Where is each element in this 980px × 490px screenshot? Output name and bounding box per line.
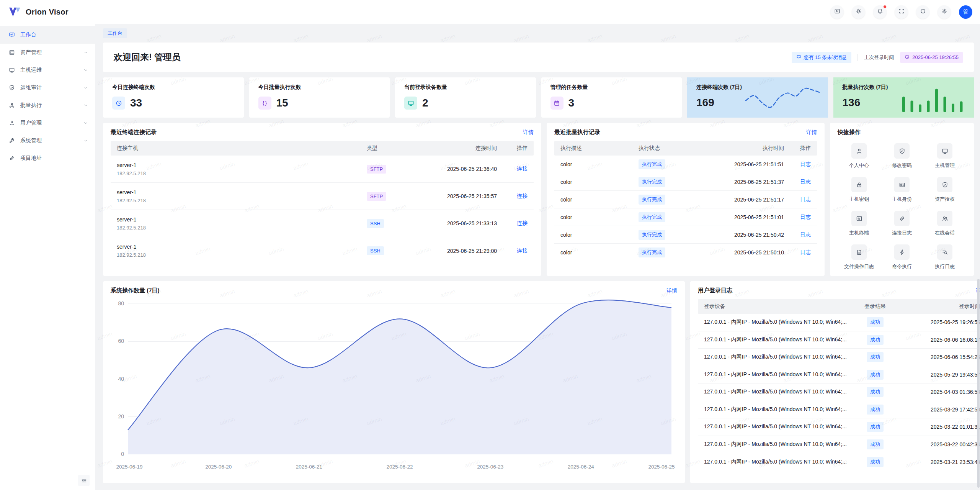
quick-action-label: 主机终端 bbox=[849, 229, 869, 236]
connection-type-badge: SFTP bbox=[367, 192, 386, 201]
quick-actions-title: 快捷操作 bbox=[838, 129, 861, 136]
svg-text:0: 0 bbox=[121, 451, 124, 457]
avatar[interactable]: 管 bbox=[959, 5, 972, 19]
middle-row: 最近终端连接记录 详情 连接主机 类型 连接时间 操作 server-1 bbox=[103, 123, 974, 276]
quick-action[interactable]: 资产授权 bbox=[923, 177, 966, 203]
terminal-card-title: 最近终端连接记录 bbox=[111, 129, 157, 136]
sidebar-item[interactable]: 运维审计 bbox=[0, 79, 95, 97]
scrollbar bbox=[977, 24, 980, 490]
user-icon bbox=[851, 143, 867, 159]
code-square-icon[interactable] bbox=[830, 5, 844, 19]
terminal-table-body: server-1 182.92.5.218 SFTP 2025-06-25 21… bbox=[111, 156, 534, 264]
theme-icon[interactable] bbox=[852, 5, 865, 19]
log-link[interactable]: 日志 bbox=[800, 249, 811, 255]
quick-action[interactable]: 执行日志 bbox=[923, 244, 966, 270]
link-icon bbox=[9, 155, 15, 161]
chevron-down-icon bbox=[83, 121, 88, 125]
exec-description: color bbox=[560, 232, 639, 238]
quick-action[interactable]: 命令执行 bbox=[880, 244, 923, 270]
quick-actions-grid: 个人中心 修改密码 主机管理 bbox=[838, 141, 966, 270]
exec-time: 2025-06-25 21:51:51 bbox=[696, 161, 784, 167]
sidebar-item[interactable]: 用户管理 bbox=[0, 114, 95, 132]
quick-action[interactable]: 主机身份 bbox=[880, 177, 923, 203]
sidebar-item[interactable]: 系统管理 bbox=[0, 132, 95, 149]
quick-action[interactable]: 主机密钥 bbox=[838, 177, 880, 203]
log-link[interactable]: 日志 bbox=[800, 231, 811, 238]
exec-description: color bbox=[560, 179, 639, 185]
collapse-sidebar-button[interactable] bbox=[78, 475, 90, 486]
connection-type-badge: SSH bbox=[367, 246, 384, 255]
quick-action-label: 主机身份 bbox=[892, 196, 912, 203]
login-time: 2025-03-29 17:42:50 bbox=[898, 406, 980, 413]
login-log-card: 用户登录日志 详情 登录设备 登录结果 登录时间 127.0.0.1 - 内网I… bbox=[690, 281, 980, 483]
exec-description: color bbox=[560, 249, 639, 256]
quick-action[interactable]: 主机管理 bbox=[923, 143, 966, 169]
login-device: 127.0.0.1 - 内网IP - Mozilla/5.0 (Windows … bbox=[704, 354, 852, 361]
quick-action[interactable]: 修改密码 bbox=[880, 143, 923, 169]
batch-nodes-icon bbox=[9, 102, 15, 108]
app-root: Orion Visor 管 工作台 资产管理 bbox=[0, 0, 980, 490]
quick-action[interactable]: 个人中心 bbox=[838, 143, 880, 169]
connect-link[interactable]: 连接 bbox=[517, 220, 528, 226]
login-table-body: 127.0.0.1 - 内网IP - Mozilla/5.0 (Windows … bbox=[698, 314, 980, 471]
log-link[interactable]: 日志 bbox=[800, 196, 811, 202]
log-link[interactable]: 日志 bbox=[800, 179, 811, 185]
svg-text:2025-06-21: 2025-06-21 bbox=[296, 464, 322, 470]
quick-action[interactable]: 连接日志 bbox=[880, 211, 923, 236]
sidebar-item-label: 项目地址 bbox=[20, 155, 88, 162]
batch-card-title: 最近批量执行记录 bbox=[554, 129, 600, 136]
sidebar-item[interactable]: 资产管理 bbox=[0, 44, 95, 61]
quick-actions-card: 快捷操作 个人中心 修改密码 bbox=[830, 123, 974, 276]
log-link[interactable]: 日志 bbox=[800, 214, 811, 220]
unread-messages-badge[interactable]: 您有 15 条未读消息 bbox=[792, 52, 852, 63]
connect-link[interactable]: 连接 bbox=[517, 193, 528, 199]
exec-time: 2025-06-25 21:50:10 bbox=[696, 249, 784, 256]
login-device: 127.0.0.1 - 内网IP - Mozilla/5.0 (Windows … bbox=[704, 319, 852, 326]
refresh-icon[interactable] bbox=[916, 5, 929, 19]
login-time: 2025-03-22 01:01:31 bbox=[898, 424, 980, 430]
connect-link[interactable]: 连接 bbox=[517, 247, 528, 254]
quick-action[interactable]: 主机终端 bbox=[838, 211, 880, 236]
main-content: 工作台 欢迎回来! 管理员 您有 15 条未读消息 上次登录时间 2025-06… bbox=[95, 24, 980, 490]
breadcrumb-item-workbench[interactable]: 工作台 bbox=[103, 28, 127, 38]
log-link[interactable]: 日志 bbox=[800, 161, 811, 167]
notification-bell-icon[interactable] bbox=[873, 5, 887, 19]
terminal-icon bbox=[851, 211, 867, 226]
chevron-down-icon bbox=[83, 85, 88, 90]
chart-detail-link[interactable]: 详情 bbox=[666, 287, 677, 294]
svg-text:80: 80 bbox=[118, 300, 124, 306]
svg-text:2025-06-20: 2025-06-20 bbox=[205, 464, 232, 470]
connect-link[interactable]: 连接 bbox=[517, 166, 528, 172]
exec-description: color bbox=[560, 161, 639, 167]
shield-check-icon bbox=[894, 143, 910, 159]
table-row: color 执行完成 2025-06-25 21:51:01 日志 bbox=[554, 208, 817, 226]
login-time: 2025-06-06 15:54:26 bbox=[898, 354, 980, 360]
sidebar-item[interactable]: 项目地址 bbox=[0, 149, 95, 167]
table-row: 127.0.0.1 - 内网IP - Mozilla/5.0 (Windows … bbox=[698, 314, 980, 331]
batch-executions-card: 最近批量执行记录 详情 执行描述 执行状态 执行时间 操作 color 执行完成 bbox=[547, 123, 825, 276]
sidebar-item[interactable]: 批量执行 bbox=[0, 97, 95, 114]
terminal-detail-link[interactable]: 详情 bbox=[523, 129, 534, 136]
sidebar-item[interactable]: 工作台 bbox=[0, 26, 95, 44]
batch-table-header: 执行描述 执行状态 执行时间 操作 bbox=[554, 141, 817, 156]
batch-detail-link[interactable]: 详情 bbox=[806, 129, 817, 136]
quick-action[interactable]: 在线会话 bbox=[923, 211, 966, 236]
welcome-title: 欢迎回来! 管理员 bbox=[114, 51, 181, 63]
login-device: 127.0.0.1 - 内网IP - Mozilla/5.0 (Windows … bbox=[704, 406, 852, 413]
monitor-icon bbox=[9, 67, 15, 73]
settings-gear-icon[interactable] bbox=[938, 5, 951, 19]
fullscreen-icon[interactable] bbox=[895, 5, 908, 19]
host-ip: 182.92.5.218 bbox=[117, 170, 367, 176]
login-device: 127.0.0.1 - 内网IP - Mozilla/5.0 (Windows … bbox=[704, 423, 852, 430]
area-chart: 0204060802025-06-192025-06-202025-06-212… bbox=[111, 299, 677, 476]
scrollbar-thumb[interactable] bbox=[977, 279, 980, 488]
sidebar-item[interactable]: 主机运维 bbox=[0, 61, 95, 79]
exec-time: 2025-06-25 21:50:42 bbox=[696, 232, 784, 238]
table-row: server-1 182.92.5.218 SFTP 2025-06-25 21… bbox=[111, 156, 534, 183]
stat-card-batch-7d: 批量执行次数 (7日) 136 bbox=[833, 77, 974, 118]
last-login-time-badge: 2025-06-25 19:26:55 bbox=[900, 52, 963, 63]
chart-title: 系统操作数量 (7日) bbox=[111, 287, 160, 294]
stat-card-tasks: 管理的任务数量 3 bbox=[541, 77, 682, 118]
braces-icon bbox=[258, 97, 271, 110]
quick-action[interactable]: 文件操作日志 bbox=[838, 244, 880, 270]
